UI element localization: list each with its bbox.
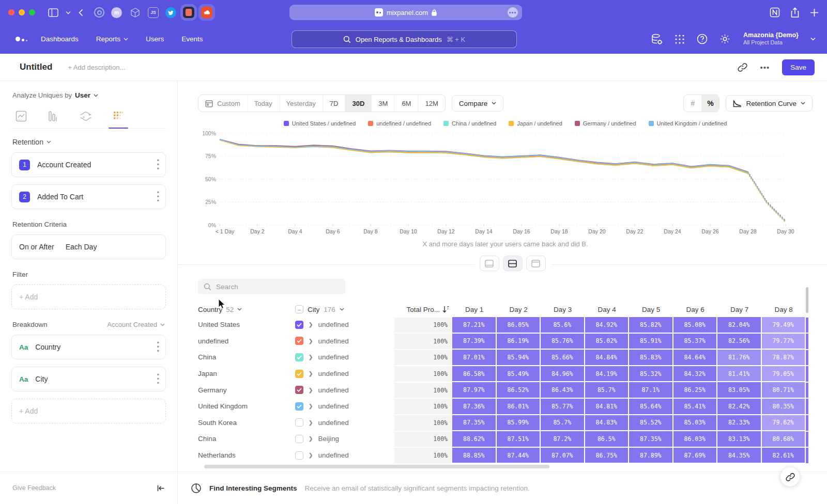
- view-chart-only-button[interactable]: [480, 256, 499, 271]
- retention-cell-day2[interactable]: 87.44%: [497, 448, 540, 463]
- retention-cell-day6[interactable]: 85.37%: [673, 334, 717, 349]
- report-title[interactable]: Untitled: [20, 62, 52, 72]
- retention-cell-day7[interactable]: 83.05%: [717, 382, 761, 398]
- retention-cell-day3[interactable]: 85.7%: [541, 415, 584, 431]
- retention-cell-day5[interactable]: 87.1%: [629, 382, 672, 398]
- retention-cell-day8[interactable]: 79.05%: [762, 366, 805, 382]
- column-header-total[interactable]: Total Pro...: [394, 306, 452, 313]
- retention-cell-day6[interactable]: 87.69%: [673, 448, 717, 463]
- retention-cell-day6[interactable]: 84.32%: [673, 366, 717, 382]
- retention-cell-day6[interactable]: 86.25%: [673, 382, 717, 398]
- sidebar-toggle-icon[interactable]: [48, 8, 58, 17]
- column-header-day5[interactable]: Day 5: [629, 306, 673, 313]
- toggle-percent[interactable]: %: [701, 95, 719, 112]
- retention-cell-day5[interactable]: 85.83%: [629, 350, 672, 365]
- column-header-country[interactable]: Country52: [198, 306, 295, 313]
- legend-item[interactable]: China / undefined: [443, 120, 496, 127]
- retention-cell-day8[interactable]: 79.49%: [762, 317, 805, 333]
- retention-cell-day2[interactable]: 85.49%: [497, 366, 540, 382]
- chart-type-button[interactable]: Retention Curve: [726, 95, 813, 112]
- step-kebab-icon[interactable]: •••: [157, 159, 159, 170]
- tab-insights[interactable]: [12, 108, 30, 128]
- retention-cell-day5[interactable]: 85.82%: [629, 317, 672, 333]
- retention-step-card[interactable]: 2Added To Cart•••: [11, 184, 166, 209]
- range-30d[interactable]: 30D: [345, 95, 372, 112]
- criteria-interval[interactable]: Each Day: [66, 243, 97, 251]
- new-tab-icon[interactable]: [810, 8, 819, 17]
- retention-cell-day4[interactable]: 85.02%: [585, 334, 629, 349]
- row-checkbox[interactable]: [295, 402, 303, 411]
- retention-cell-day4[interactable]: 85.7%: [585, 382, 629, 398]
- retention-section-header[interactable]: Retention: [12, 138, 165, 146]
- column-header-day6[interactable]: Day 6: [673, 306, 718, 313]
- retention-cell-day1[interactable]: 87.39%: [452, 334, 496, 349]
- column-header-day4[interactable]: Day 4: [585, 306, 630, 313]
- retention-cell-day4[interactable]: 84.83%: [585, 415, 629, 431]
- tab-chevron-icon[interactable]: [66, 11, 71, 14]
- zoom-window-button[interactable]: [29, 9, 35, 15]
- toggle-count[interactable]: #: [684, 95, 701, 112]
- nav-item-users[interactable]: Users: [146, 35, 164, 43]
- column-header-day2[interactable]: Day 2: [497, 306, 541, 313]
- nav-item-reports[interactable]: Reports: [96, 35, 128, 43]
- table-search-input[interactable]: Search: [198, 279, 345, 294]
- range-3m[interactable]: 3M: [372, 95, 395, 112]
- retention-cell-day6[interactable]: 85.41%: [673, 399, 717, 414]
- retention-cell-day5[interactable]: 87.89%: [629, 448, 672, 463]
- retention-cell-day8[interactable]: 82.61%: [762, 448, 805, 463]
- row-checkbox[interactable]: [295, 337, 303, 345]
- retention-cell-day1[interactable]: 87.36%: [452, 399, 496, 414]
- column-header-day3[interactable]: Day 3: [541, 306, 585, 313]
- retention-cell-day3[interactable]: 85.6%: [541, 317, 584, 333]
- criteria-mode[interactable]: On or After: [19, 243, 54, 251]
- share-icon[interactable]: [790, 7, 800, 18]
- row-checkbox[interactable]: [295, 451, 303, 460]
- retention-cell-day7[interactable]: 82.04%: [717, 317, 761, 333]
- tab-retention[interactable]: [110, 108, 127, 128]
- table-vertical-scrollbar[interactable]: [806, 287, 808, 313]
- row-checkbox[interactable]: [295, 321, 303, 329]
- retention-cell-day1[interactable]: 88.85%: [452, 448, 496, 463]
- row-expand-chevron-icon[interactable]: ❯: [309, 420, 313, 426]
- notion-icon[interactable]: [770, 7, 780, 18]
- retention-cell-day1[interactable]: 87.21%: [452, 317, 496, 333]
- settings-gear-icon[interactable]: [719, 34, 730, 44]
- retention-cell-day7[interactable]: 82.33%: [717, 415, 761, 431]
- range-custom[interactable]: Custom: [198, 95, 248, 112]
- column-header-day1[interactable]: Day 1: [452, 306, 497, 313]
- range-6m[interactable]: 6M: [395, 95, 418, 112]
- breakdown-kebab-icon[interactable]: •••: [157, 373, 159, 385]
- row-expand-chevron-icon[interactable]: ❯: [309, 354, 313, 360]
- column-header-city[interactable]: –City176: [295, 305, 394, 313]
- retention-cell-day5[interactable]: 85.91%: [629, 334, 672, 349]
- retention-cell-day3[interactable]: 85.66%: [541, 350, 584, 365]
- retention-cell-day3[interactable]: 87.07%: [541, 448, 584, 463]
- data-management-icon[interactable]: [651, 34, 663, 45]
- row-expand-chevron-icon[interactable]: ❯: [309, 403, 313, 409]
- retention-cell-day4[interactable]: 84.19%: [585, 366, 629, 382]
- retention-criteria-card[interactable]: On or After Each Day: [11, 234, 166, 259]
- retention-cell-day3[interactable]: 87.2%: [541, 431, 584, 447]
- breakdown-kebab-icon[interactable]: •••: [157, 341, 159, 353]
- retention-cell-day4[interactable]: 86.5%: [585, 431, 629, 447]
- column-header-day8[interactable]: Day 8: [762, 306, 806, 313]
- retention-cell-day3[interactable]: 85.77%: [541, 399, 584, 414]
- analyze-chevron-icon[interactable]: [94, 94, 98, 97]
- retention-cell-day6[interactable]: 85.08%: [673, 317, 717, 333]
- extension-icon-cloud[interactable]: [201, 7, 212, 18]
- legend-item[interactable]: undefined / undefined: [368, 120, 431, 127]
- row-expand-chevron-icon[interactable]: ❯: [309, 371, 313, 376]
- breakdown-property-label[interactable]: Country: [35, 343, 60, 351]
- retention-cell-day8[interactable]: 79.77%: [762, 334, 805, 349]
- retention-cell-day7[interactable]: 82.42%: [717, 399, 761, 414]
- collapse-sidebar-icon[interactable]: [157, 485, 165, 492]
- view-split-button[interactable]: [503, 256, 523, 271]
- retention-cell-day2[interactable]: 85.99%: [497, 415, 540, 431]
- retention-cell-day8[interactable]: 80.68%: [762, 431, 805, 447]
- step-event-label[interactable]: Account Created: [37, 161, 91, 169]
- retention-cell-day2[interactable]: 87.51%: [497, 431, 540, 447]
- address-bar-more-icon[interactable]: •••: [508, 7, 518, 18]
- retention-cell-day7[interactable]: 82.56%: [717, 334, 761, 349]
- more-options-icon[interactable]: •••: [760, 63, 770, 72]
- range-today[interactable]: Today: [248, 95, 280, 112]
